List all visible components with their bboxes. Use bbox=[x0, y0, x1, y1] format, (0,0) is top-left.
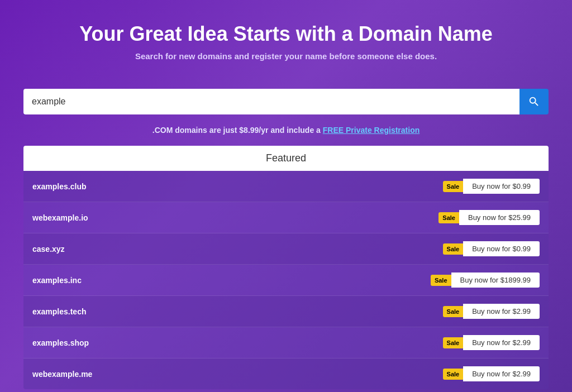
domain-row: examples.shopSaleBuy now for $2.99 bbox=[23, 327, 549, 358]
buy-now-button[interactable]: Buy now for $2.99 bbox=[463, 366, 540, 381]
domain-row: webexample.meSaleBuy now for $2.99 bbox=[23, 358, 549, 389]
sale-badge: Sale bbox=[438, 212, 459, 223]
buy-now-button[interactable]: Buy now for $1899.99 bbox=[451, 273, 540, 288]
domain-row: webexample.ioSaleBuy now for $25.99 bbox=[23, 202, 549, 233]
domain-name: examples.inc bbox=[32, 276, 82, 285]
sale-badge: Sale bbox=[443, 306, 464, 317]
hero-section: Your Great Idea Starts with a Domain Nam… bbox=[0, 0, 572, 78]
sale-badge: Sale bbox=[443, 369, 464, 380]
search-bar-container bbox=[12, 89, 560, 114]
buy-section: SaleBuy now for $0.99 bbox=[443, 241, 540, 256]
search-input[interactable] bbox=[23, 89, 519, 114]
domain-row: case.xyzSaleBuy now for $0.99 bbox=[23, 233, 549, 265]
buy-section: SaleBuy now for $2.99 bbox=[443, 335, 540, 350]
domain-row: examples.clubSaleBuy now for $0.99 bbox=[23, 171, 549, 202]
search-button[interactable] bbox=[519, 89, 549, 114]
promo-static-text: .COM domains are just $8.99/yr and inclu… bbox=[152, 126, 323, 135]
buy-section: SaleBuy now for $2.99 bbox=[443, 304, 540, 319]
promo-text: .COM domains are just $8.99/yr and inclu… bbox=[0, 126, 572, 135]
promo-link[interactable]: FREE Private Registration bbox=[323, 126, 420, 135]
domain-row: examples.incSaleBuy now for $1899.99 bbox=[23, 265, 549, 296]
domain-name: webexample.me bbox=[32, 370, 92, 379]
domain-name: case.xyz bbox=[32, 245, 65, 254]
sale-badge: Sale bbox=[443, 181, 464, 192]
domain-row: examples.techSaleBuy now for $2.99 bbox=[23, 296, 549, 327]
buy-now-button[interactable]: Buy now for $0.99 bbox=[463, 179, 540, 194]
domain-name: examples.club bbox=[32, 182, 87, 191]
hero-subtitle: Search for new domains and register your… bbox=[11, 51, 561, 61]
domain-name: examples.tech bbox=[32, 307, 87, 316]
buy-section: SaleBuy now for $25.99 bbox=[438, 210, 540, 225]
sale-badge: Sale bbox=[443, 337, 464, 348]
domain-name: webexample.io bbox=[32, 213, 88, 222]
search-icon bbox=[528, 95, 540, 108]
buy-section: SaleBuy now for $2.99 bbox=[443, 366, 540, 381]
featured-header: Featured bbox=[23, 146, 549, 171]
buy-now-button[interactable]: Buy now for $25.99 bbox=[459, 210, 540, 225]
domain-name: examples.shop bbox=[32, 338, 89, 347]
sale-badge: Sale bbox=[431, 275, 451, 286]
sale-badge: Sale bbox=[443, 243, 464, 255]
domain-list: examples.clubSaleBuy now for $0.99webexa… bbox=[23, 171, 549, 389]
hero-title: Your Great Idea Starts with a Domain Nam… bbox=[11, 22, 561, 46]
featured-container: Featured examples.clubSaleBuy now for $0… bbox=[12, 146, 560, 389]
buy-now-button[interactable]: Buy now for $0.99 bbox=[463, 241, 540, 256]
buy-section: SaleBuy now for $1899.99 bbox=[431, 273, 540, 288]
buy-now-button[interactable]: Buy now for $2.99 bbox=[463, 304, 540, 319]
buy-now-button[interactable]: Buy now for $2.99 bbox=[463, 335, 540, 350]
buy-section: SaleBuy now for $0.99 bbox=[443, 179, 540, 194]
